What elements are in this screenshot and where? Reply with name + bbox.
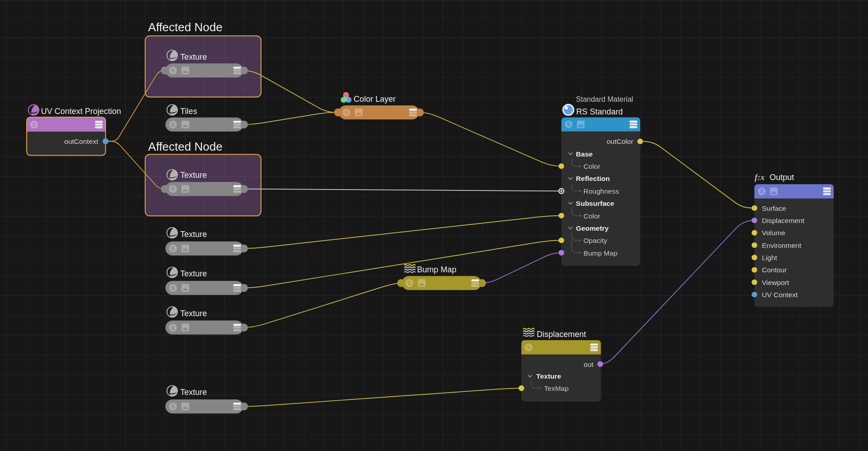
svg-text:Output: Output [770, 173, 794, 182]
svg-text:UV Context Projection: UV Context Projection [41, 107, 121, 116]
svg-text:S: S [171, 285, 175, 291]
svg-text:Subsurface: Subsurface [576, 199, 615, 207]
svg-text:S: S [171, 246, 175, 252]
svg-text:S: S [171, 122, 175, 128]
svg-text:Color: Color [583, 212, 600, 220]
svg-text:Displacement: Displacement [762, 217, 805, 224]
svg-text:Texture: Texture [180, 309, 207, 318]
svg-text:Color Layer: Color Layer [354, 95, 396, 104]
svg-text:Viewport: Viewport [762, 279, 790, 286]
svg-text:Texture: Texture [180, 388, 207, 397]
svg-text:S: S [171, 186, 175, 192]
svg-text:S: S [567, 121, 570, 128]
svg-text:Contour: Contour [762, 266, 787, 274]
svg-text:Environment: Environment [762, 242, 802, 249]
svg-text:Bump Map: Bump Map [583, 249, 617, 257]
svg-text:RS Standard: RS Standard [576, 107, 623, 116]
svg-text:Base: Base [576, 150, 593, 158]
svg-text:Texture: Texture [180, 171, 207, 180]
svg-text:Texture: Texture [180, 52, 207, 62]
svg-text:Standard Material: Standard Material [576, 95, 633, 103]
svg-text:outColor: outColor [607, 138, 634, 145]
svg-text:Light: Light [762, 254, 777, 261]
svg-text:Affected Node: Affected Node [148, 20, 222, 34]
svg-text:S: S [408, 280, 411, 286]
svg-text:out: out [584, 361, 594, 368]
svg-text:Texture: Texture [180, 269, 207, 278]
svg-text:Color: Color [583, 162, 600, 170]
svg-text:S: S [171, 404, 175, 410]
svg-text:TexMap: TexMap [544, 385, 568, 392]
svg-text:Affected Node: Affected Node [148, 140, 222, 153]
svg-text:Bump Map: Bump Map [417, 265, 457, 274]
svg-text:f:x: f:x [755, 172, 765, 182]
svg-text:S: S [760, 188, 763, 195]
svg-text:Reflection: Reflection [576, 175, 610, 182]
svg-text:outContext: outContext [64, 138, 99, 145]
svg-text:Texture: Texture [180, 230, 207, 239]
svg-text:S: S [32, 122, 36, 128]
svg-text:Surface: Surface [762, 204, 786, 212]
svg-text:Roughness: Roughness [583, 187, 619, 195]
svg-text:S: S [344, 109, 348, 116]
svg-text:Volume: Volume [762, 229, 786, 237]
svg-text:Geometry: Geometry [576, 224, 609, 232]
svg-text:UV Context: UV Context [762, 291, 798, 299]
svg-text:S: S [527, 344, 530, 351]
svg-text:S: S [171, 67, 175, 74]
svg-text:Tiles: Tiles [180, 107, 197, 116]
svg-text:Opacity: Opacity [583, 237, 607, 244]
svg-text:Texture: Texture [536, 372, 561, 380]
svg-text:Displacement: Displacement [537, 330, 586, 339]
svg-text:S: S [171, 325, 175, 331]
